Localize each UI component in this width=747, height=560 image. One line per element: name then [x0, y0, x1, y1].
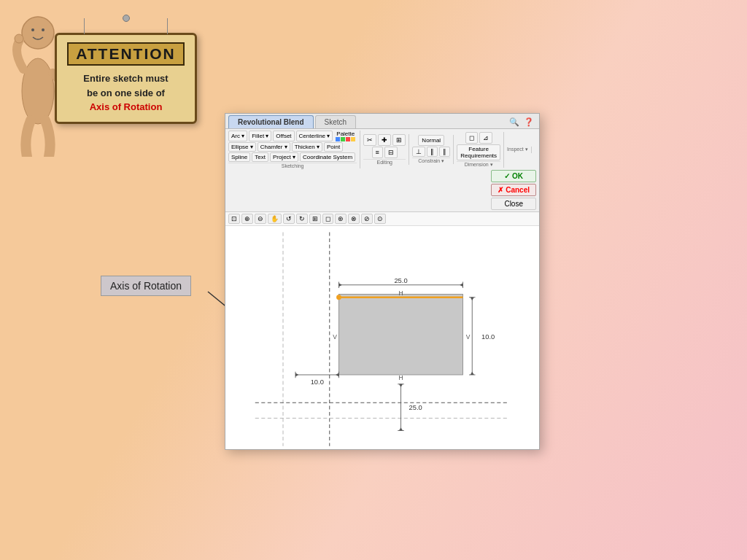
- ok-btn[interactable]: ✓ OK: [491, 170, 536, 182]
- view-btn2[interactable]: ↻: [296, 214, 308, 224]
- svg-marker-31: [336, 373, 338, 376]
- attention-title: ATTENTION: [67, 42, 185, 66]
- dim-btn1[interactable]: ◻: [465, 132, 478, 144]
- view-btn4[interactable]: ◻: [322, 214, 333, 224]
- normal-btn[interactable]: Normal: [418, 135, 444, 146]
- coordinate-btn[interactable]: Coordinate System: [300, 152, 355, 162]
- ellipse-btn[interactable]: Ellipse ▾: [228, 142, 256, 152]
- thicken-btn[interactable]: Thicken ▾: [292, 142, 322, 152]
- sketch-canvas[interactable]: 25.0 10.0 10.0 25.0 H H: [225, 226, 539, 449]
- svg-point-0: [22, 17, 54, 49]
- zoom-fit-btn[interactable]: ⊡: [228, 214, 240, 224]
- dim-btn2[interactable]: ⊿: [479, 132, 492, 144]
- offset-btn[interactable]: Offset: [273, 131, 294, 141]
- toolbar-constrain-group: Normal ⊥ ‖ ∥ Constrain ▾: [412, 135, 454, 164]
- edit-btn4[interactable]: ≡: [372, 147, 383, 158]
- constrain-btn3[interactable]: ∥: [439, 147, 450, 157]
- sketch-svg: 25.0 10.0 10.0 25.0 H H: [225, 226, 539, 449]
- point-btn[interactable]: Point: [324, 142, 343, 152]
- svg-point-2: [42, 28, 44, 31]
- constrain-label: Constrain ▾: [412, 158, 450, 164]
- svg-point-4: [15, 34, 23, 43]
- svg-marker-36: [399, 384, 403, 387]
- svg-text:H: H: [398, 289, 403, 297]
- palette-icon-area: Palette: [336, 131, 355, 141]
- svg-point-14: [336, 295, 341, 300]
- attention-sign-box: ATTENTION Entire sketch must be on one s…: [55, 33, 197, 124]
- toolbar-sketching-group: Arc ▾ Fillet ▾ Offset Centerline ▾ Palet…: [228, 131, 360, 168]
- svg-text:H: H: [398, 374, 403, 381]
- fillet-btn[interactable]: Fillet ▾: [249, 131, 271, 141]
- help-icon[interactable]: ❓: [522, 116, 536, 128]
- view-btn7[interactable]: ⊘: [361, 214, 373, 224]
- close-btn[interactable]: Close: [491, 198, 536, 210]
- tab-revolutional-blend[interactable]: Revolutional Blend: [228, 115, 314, 128]
- view-btn6[interactable]: ⊗: [348, 214, 360, 224]
- toolbar-editing-group: ✂ ✚ ⊞ ≡ ⊟ Editing: [363, 134, 409, 165]
- svg-text:10.0: 10.0: [311, 378, 324, 386]
- cancel-btn[interactable]: ✗ Cancel: [491, 184, 536, 196]
- sketching-label: Sketching: [228, 163, 357, 168]
- editing-label: Editing: [363, 159, 406, 165]
- attention-sign-container: ATTENTION Entire sketch must be on one s…: [55, 18, 197, 124]
- chamfer-btn[interactable]: Chamfer ▾: [258, 142, 290, 152]
- svg-text:10.0: 10.0: [481, 333, 495, 341]
- svg-text:V: V: [333, 333, 337, 341]
- svg-point-1: [31, 28, 34, 31]
- svg-marker-25: [471, 372, 474, 375]
- edit-btn2[interactable]: ✚: [378, 134, 391, 146]
- zoom-in-btn[interactable]: ⊕: [241, 214, 253, 224]
- main-toolbar: Arc ▾ Fillet ▾ Offset Centerline ▾ Palet…: [225, 129, 539, 212]
- view-btn8[interactable]: ⊙: [374, 214, 386, 224]
- svg-rect-12: [339, 295, 463, 376]
- sub-toolbar: ⊡ ⊕ ⊖ ✋ ↺ ↻ ⊞ ◻ ⊛ ⊗ ⊘ ⊙: [225, 212, 539, 226]
- cad-window: Revolutional Blend Sketch 🔍 ❓ Arc ▾ Fill…: [225, 113, 540, 450]
- svg-marker-18: [339, 283, 342, 287]
- project-btn[interactable]: Project ▾: [270, 152, 298, 162]
- zoom-out-btn[interactable]: ⊖: [255, 214, 266, 224]
- tab-sketch[interactable]: Sketch: [315, 115, 357, 128]
- feature-req-btn[interactable]: FeatureRequirements: [457, 144, 500, 160]
- spline-btn[interactable]: Spline: [228, 152, 250, 162]
- svg-marker-19: [460, 283, 462, 287]
- svg-text:25.0: 25.0: [394, 277, 407, 284]
- svg-text:V: V: [466, 333, 471, 341]
- svg-marker-30: [295, 373, 298, 376]
- window-tabs: Revolutional Blend Sketch 🔍 ❓: [225, 114, 539, 129]
- edit-btn5[interactable]: ⊟: [384, 147, 398, 158]
- view-btn1[interactable]: ↺: [283, 214, 295, 224]
- edit-btn3[interactable]: ⊞: [392, 134, 406, 146]
- attention-body-text: Entire sketch must be on one side of Axi…: [67, 71, 185, 114]
- axis-of-rotation-text: Axis of Rotation: [90, 101, 163, 112]
- centerline-btn[interactable]: Centerline ▾: [296, 131, 333, 141]
- svg-marker-37: [399, 427, 403, 430]
- constrain-btn1[interactable]: ⊥: [412, 147, 425, 157]
- svg-text:25.0: 25.0: [409, 404, 422, 411]
- view-btn5[interactable]: ⊛: [335, 214, 347, 224]
- toolbar-inspect-group: Inspect ▾: [507, 147, 532, 153]
- axis-of-rotation-label: Axis of Rotation: [101, 276, 191, 296]
- search-icon[interactable]: 🔍: [507, 116, 522, 128]
- dimension-label: Dimension ▾: [457, 161, 500, 168]
- text-btn[interactable]: Text: [252, 152, 268, 162]
- toolbar-dimension-group: ◻ ⊿ FeatureRequirements Dimension ▾: [457, 132, 504, 168]
- svg-marker-24: [471, 298, 474, 300]
- view-btn3[interactable]: ⊞: [309, 214, 321, 224]
- arc-btn[interactable]: Arc ▾: [228, 131, 247, 141]
- toolbar-ok-cancel: ✓ OK ✗ Cancel Close: [491, 170, 536, 210]
- edit-btn1[interactable]: ✂: [363, 134, 376, 146]
- pan-btn[interactable]: ✋: [268, 214, 282, 224]
- constrain-btn2[interactable]: ‖: [427, 147, 438, 157]
